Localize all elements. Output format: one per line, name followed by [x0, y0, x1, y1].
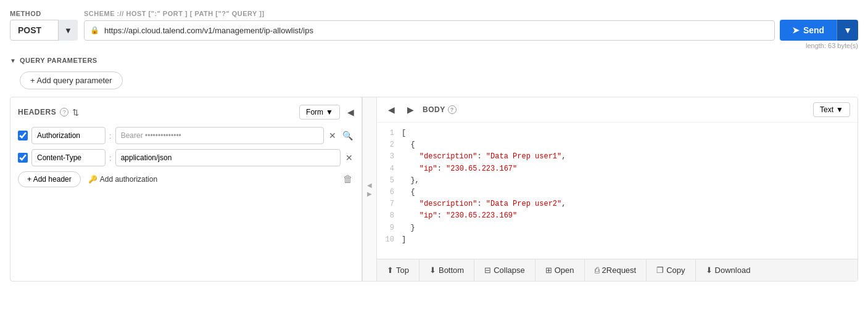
headers-info-icon[interactable]: ?	[60, 108, 68, 116]
query-params-collapse-arrow: ▼	[10, 57, 16, 64]
code-line-10: 10 ]	[382, 234, 853, 246]
add-header-button[interactable]: + Add header	[18, 171, 81, 187]
header-1-delete[interactable]: ✕	[328, 129, 337, 142]
text-button[interactable]: Text ▼	[813, 102, 850, 117]
method-label: METHOD	[10, 10, 78, 17]
url-input[interactable]	[84, 20, 775, 41]
bottom-toolbar: ⬆ Top ⬇ Bottom ⊟ Collapse ⊞ Open ⎙ 2Re	[377, 259, 858, 281]
panel-divider[interactable]: ◀ ▶	[362, 97, 377, 281]
scheme-label: SCHEME :// HOST [":" PORT ] [ PATH ["?" …	[84, 10, 858, 17]
header-2-delete[interactable]: ✕	[344, 152, 354, 164]
header-1-key[interactable]	[31, 127, 105, 144]
code-line-9: 9 }	[382, 222, 853, 234]
divider-handle: ◀ ▶	[366, 182, 373, 197]
code-line-6: 6 {	[382, 187, 853, 198]
method-select-wrapper: POST GET PUT DELETE PATCH ▼	[10, 20, 78, 41]
copy-icon: ❐	[656, 266, 664, 275]
header-2-key[interactable]	[31, 149, 105, 166]
text-button-label: Text	[820, 105, 833, 114]
form-button[interactable]: Form ▼	[299, 105, 340, 120]
bottom-button[interactable]: ⬇ Bottom	[420, 259, 474, 281]
header-1-value[interactable]	[115, 127, 324, 144]
collapse-button[interactable]: ⊟ Collapse	[474, 259, 535, 281]
form-dropdown-arrow: ▼	[326, 108, 333, 116]
query-params-section: ▼ QUERY PARAMETERS + Add query parameter	[10, 54, 858, 89]
form-button-label: Form	[306, 108, 323, 116]
download-button[interactable]: ⬇ Download	[696, 259, 761, 281]
header-1-secret[interactable]: 🔍	[341, 129, 354, 142]
length-text: length: 63 byte(s)	[84, 42, 858, 49]
headers-sort-icon[interactable]: ⇅	[72, 108, 79, 117]
send-dropdown-button[interactable]: ▼	[837, 20, 858, 41]
code-line-4: 4 "ip": "230.65.223.167"	[382, 163, 853, 175]
top-button[interactable]: ⬆ Top	[377, 259, 420, 281]
body-info-icon[interactable]: ?	[448, 105, 457, 114]
url-bar-wrapper: 🔒	[84, 20, 775, 41]
code-line-2: 2 {	[382, 139, 853, 151]
header-row-1: : ✕ 🔍	[18, 127, 354, 144]
query-params-title: QUERY PARAMETERS	[20, 57, 97, 64]
header-2-value[interactable]	[115, 149, 341, 166]
top-icon: ⬆	[387, 266, 394, 275]
bottom-label: Bottom	[439, 266, 464, 275]
bottom-icon: ⬇	[429, 266, 436, 275]
add-auth-label: Add authorization	[100, 175, 157, 184]
download-icon: ⬇	[706, 266, 713, 275]
collapse-icon: ⊟	[484, 266, 491, 275]
delete-all-headers-button[interactable]: 🗑	[342, 173, 354, 186]
collapse-label: Collapse	[494, 266, 525, 275]
query-params-header[interactable]: ▼ QUERY PARAMETERS	[10, 54, 858, 67]
send-icon: ➤	[792, 25, 800, 35]
headers-collapse-left[interactable]: ◀	[347, 107, 354, 117]
code-line-7: 7 "description": "Data Prep user2",	[382, 198, 853, 210]
code-line-1: 1 [	[382, 128, 853, 139]
to-request-button[interactable]: ⎙ 2Request	[585, 259, 647, 281]
send-button-label: Send	[803, 25, 824, 35]
headers-panel: HEADERS ? ⇅ Form ▼ ◀ : ✕	[10, 97, 362, 281]
headers-actions: + Add header 🔑 Add authorization 🗑	[18, 171, 354, 187]
body-panel: ◀ ▶ BODY ? Text ▼ 1 [	[377, 97, 858, 281]
headers-title: HEADERS	[18, 108, 56, 116]
code-line-5: 5 },	[382, 175, 853, 187]
request-icon: ⎙	[595, 266, 600, 275]
add-param-button[interactable]: + Add query parameter	[20, 71, 123, 89]
open-label: Open	[555, 266, 574, 275]
text-dropdown-arrow: ▼	[836, 105, 843, 114]
add-auth-icon: 🔑	[88, 175, 97, 184]
copy-label: Copy	[666, 266, 685, 275]
lock-icon: 🔒	[90, 26, 99, 35]
open-button[interactable]: ⊞ Open	[535, 259, 585, 281]
header-row-2: : ✕	[18, 149, 354, 166]
add-auth-button[interactable]: 🔑 Add authorization	[88, 175, 157, 184]
body-nav-right[interactable]: ▶	[403, 104, 418, 116]
code-line-8: 8 "ip": "230.65.223.169"	[382, 210, 853, 222]
body-title-text: BODY	[423, 105, 445, 114]
top-label: Top	[396, 266, 409, 275]
code-editor[interactable]: 1 [ 2 { 3 "description": "Data Prep user…	[377, 123, 858, 259]
body-nav-left[interactable]: ◀	[384, 104, 399, 116]
method-select[interactable]: POST GET PUT DELETE PATCH	[10, 20, 78, 41]
body-title: BODY ?	[423, 105, 457, 114]
send-btn-group: ➤ Send ▼	[780, 20, 858, 41]
open-icon: ⊞	[545, 266, 552, 275]
send-button[interactable]: ➤ Send	[780, 20, 837, 41]
download-label: Download	[715, 266, 751, 275]
copy-button[interactable]: ❐ Copy	[647, 259, 695, 281]
header-1-checkbox[interactable]	[18, 131, 28, 140]
header-2-colon: :	[109, 153, 112, 163]
code-line-3: 3 "description": "Data Prep user1",	[382, 151, 853, 163]
header-1-colon: :	[109, 131, 112, 140]
header-2-checkbox[interactable]	[18, 153, 28, 163]
request-label: 2Request	[602, 266, 637, 275]
